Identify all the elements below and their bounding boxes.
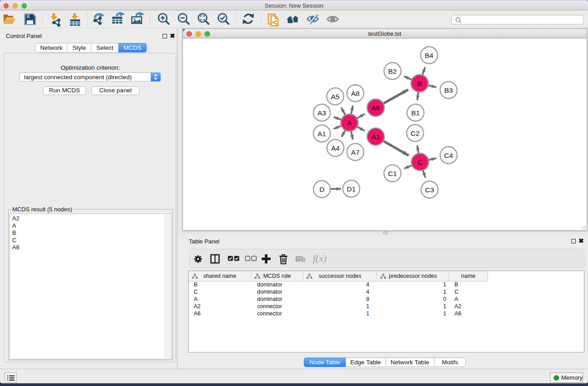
svg-text:A1: A1: [318, 130, 326, 138]
svg-text:C3: C3: [425, 186, 434, 194]
svg-text:B2: B2: [388, 67, 397, 75]
svg-text:A6: A6: [372, 104, 380, 112]
svg-text:C4: C4: [444, 152, 453, 159]
svg-text:A7: A7: [351, 148, 360, 156]
svg-text:A: A: [347, 119, 352, 127]
svg-text:A8: A8: [351, 90, 360, 97]
svg-text:B: B: [417, 80, 422, 87]
svg-text:B3: B3: [445, 86, 453, 94]
svg-text:B4: B4: [425, 52, 434, 59]
svg-text:D: D: [319, 186, 324, 193]
svg-text:C1: C1: [388, 170, 397, 177]
svg-text:A5: A5: [331, 93, 339, 100]
svg-text:A3: A3: [318, 109, 326, 117]
svg-text:A4: A4: [331, 144, 340, 152]
svg-text:C2: C2: [411, 129, 420, 137]
svg-text:B1: B1: [411, 109, 420, 117]
svg-text:C: C: [417, 158, 422, 166]
svg-text:A2: A2: [372, 133, 380, 141]
svg-text:D1: D1: [347, 185, 356, 193]
